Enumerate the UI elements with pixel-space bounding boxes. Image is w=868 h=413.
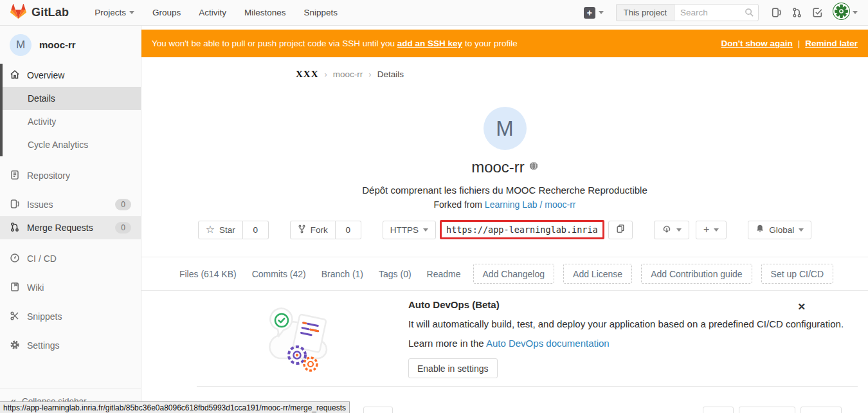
sidebar-item-snippets[interactable]: Snippets: [0, 305, 141, 328]
auto-devops-doc-link[interactable]: Auto DevOps documentation: [486, 338, 610, 349]
chevron-down-icon: [676, 228, 682, 232]
partial-button[interactable]: [800, 407, 842, 413]
sidebar-item-issues[interactable]: Issues 0: [0, 193, 141, 216]
issues-icon[interactable]: [771, 7, 782, 18]
add-dropdown[interactable]: +: [696, 221, 727, 239]
bell-icon: [755, 224, 764, 235]
breadcrumb-project[interactable]: mooc-rr: [333, 69, 363, 79]
project-description: Dépôt comprenant les fichiers du MOOC Re…: [141, 185, 868, 196]
user-menu[interactable]: [833, 3, 858, 23]
clone-url-input[interactable]: [440, 220, 604, 239]
banner-text: You won't be able to pull or push projec…: [152, 39, 518, 48]
snippets-icon: [10, 311, 20, 323]
visibility-globe-icon: [529, 161, 538, 173]
chevron-down-icon: [799, 228, 804, 232]
protocol-dropdown[interactable]: HTTPS: [383, 221, 436, 239]
project-sidebar: M mooc-rr Overview Details Activity Cycl…: [0, 26, 141, 413]
gear-icon: [10, 340, 20, 352]
ci-cd-icon: [10, 253, 20, 265]
chevron-down-icon: [423, 228, 428, 232]
gitlab-brand[interactable]: GitLab: [10, 4, 69, 22]
tab-readme[interactable]: Readme: [424, 269, 464, 279]
sidebar-item-ci-cd[interactable]: CI / CD: [0, 247, 141, 270]
breadcrumb-group[interactable]: XXX: [296, 69, 319, 80]
star-group: ☆ Star 0: [198, 221, 269, 239]
merge-requests-count-badge: 0: [115, 222, 131, 234]
sidebar-item-wiki[interactable]: Wiki: [0, 276, 141, 299]
todos-icon[interactable]: [812, 7, 823, 18]
gitlab-logo-icon: [10, 4, 26, 22]
auto-devops-body: It will automatically build, test, and d…: [408, 318, 844, 329]
tab-tags[interactable]: Tags (0): [375, 269, 415, 279]
remind-later-link[interactable]: Remind later: [805, 39, 858, 48]
close-icon[interactable]: ✕: [797, 301, 806, 313]
tab-files[interactable]: Files (614 KB): [176, 269, 240, 279]
setup-ci-cd-button[interactable]: Set up CI/CD: [761, 264, 833, 284]
auto-devops-illustration: [260, 297, 341, 380]
enable-in-settings-button[interactable]: Enable in settings: [408, 358, 498, 378]
merge-requests-icon[interactable]: [791, 7, 802, 18]
menu-milestones[interactable]: Milestones: [244, 8, 286, 17]
partial-button[interactable]: [363, 407, 393, 413]
sidebar-item-merge-requests[interactable]: Merge Requests 0: [0, 216, 141, 239]
menu-groups[interactable]: Groups: [152, 8, 181, 17]
sidebar-item-overview[interactable]: Overview: [0, 64, 141, 87]
brand-name: GitLab: [32, 6, 69, 19]
plus-icon: +: [703, 225, 709, 235]
download-dropdown[interactable]: [654, 221, 689, 239]
auto-devops-content: Auto DevOps (Beta) It will automatically…: [408, 299, 844, 378]
add-ssh-key-link[interactable]: add an SSH key: [397, 39, 462, 48]
copy-url-button[interactable]: [608, 221, 633, 239]
sidebar-item-activity[interactable]: Activity: [0, 110, 141, 133]
section-divider: [197, 386, 858, 387]
sidebar-item-repository[interactable]: Repository: [0, 164, 141, 187]
main-menu: Projects Groups Activity Milestones Snip…: [95, 8, 338, 17]
chevron-down-icon: [853, 11, 858, 14]
sidebar-project-header[interactable]: M mooc-rr: [0, 26, 141, 64]
fork-button[interactable]: Fork: [290, 221, 336, 239]
ssh-warning-banner: You won't be able to pull or push projec…: [141, 30, 868, 57]
merge-requests-icon: [10, 222, 20, 234]
menu-snippets[interactable]: Snippets: [304, 8, 338, 17]
notification-dropdown[interactable]: Global: [748, 221, 811, 239]
sidebar-item-settings[interactable]: Settings: [0, 334, 141, 357]
issues-count-badge: 0: [115, 199, 131, 210]
tab-branch[interactable]: Branch (1): [318, 269, 366, 279]
partial-button[interactable]: [739, 407, 795, 413]
home-icon: [10, 69, 20, 82]
auto-devops-learn-line: Learn more in the Auto DevOps documentat…: [408, 338, 844, 349]
sidebar-item-details[interactable]: Details: [0, 87, 141, 110]
search-scope-label: This project: [616, 4, 674, 21]
star-button[interactable]: ☆ Star: [198, 221, 243, 239]
tab-commits[interactable]: Commits (42): [249, 269, 309, 279]
add-license-button[interactable]: Add License: [563, 264, 632, 284]
menu-activity[interactable]: Activity: [199, 8, 226, 17]
search-icon: [745, 8, 754, 20]
partial-button[interactable]: [703, 407, 734, 413]
top-navbar: GitLab Projects Groups Activity Mileston…: [0, 0, 868, 26]
chevron-down-icon: [714, 228, 719, 232]
repository-icon: [10, 170, 20, 182]
breadcrumb-page: Details: [377, 69, 404, 79]
fork-group: Fork 0: [290, 221, 361, 239]
add-contribution-guide-button[interactable]: Add Contribution guide: [641, 264, 752, 284]
fork-count[interactable]: 0: [336, 221, 361, 239]
sidebar-item-cycle-analytics[interactable]: Cycle Analytics: [0, 133, 141, 156]
main-content: XXX › mooc-rr › Details M mooc-rr Dépôt …: [141, 26, 868, 413]
breadcrumb-separator: ›: [368, 69, 371, 79]
forked-from-link[interactable]: Learning Lab / mooc-rr: [485, 199, 576, 210]
plus-icon: +: [584, 7, 595, 19]
project-avatar: M: [484, 107, 527, 150]
navbar-right: + This project: [584, 3, 858, 23]
status-bar-link-preview: https://app-learninglab.inria.fr/gitlab/…: [0, 401, 350, 413]
menu-projects[interactable]: Projects: [95, 8, 134, 17]
user-avatar: [833, 3, 850, 23]
dont-show-again-link[interactable]: Don't show again: [721, 39, 792, 48]
banner-separator: |: [798, 39, 800, 48]
add-changelog-button[interactable]: Add Changelog: [473, 264, 555, 284]
download-icon: [662, 224, 672, 235]
breadcrumb-separator: ›: [325, 69, 327, 79]
new-item-dropdown[interactable]: +: [584, 7, 604, 19]
star-count[interactable]: 0: [243, 221, 269, 239]
page-title: mooc-rr: [471, 158, 525, 176]
